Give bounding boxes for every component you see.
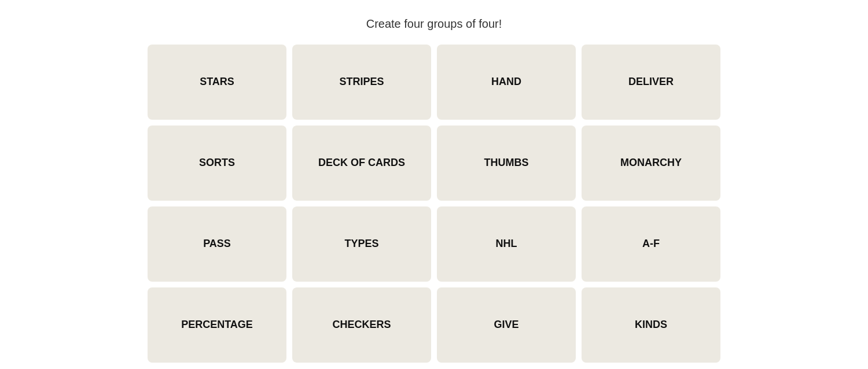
card-label-types: TYPES [339, 231, 384, 256]
card-label-thumbs: THUMBS [479, 150, 535, 175]
card-nhl[interactable]: NHL [437, 206, 576, 282]
page-subtitle: Create four groups of four! [366, 17, 502, 31]
card-sorts[interactable]: SORTS [148, 126, 286, 201]
card-label-nhl: NHL [490, 231, 523, 256]
card-hand[interactable]: HAND [437, 45, 576, 120]
card-give[interactable]: GIVE [437, 287, 576, 363]
card-label-deck-of-cards: DECK OF CARDS [312, 150, 411, 175]
card-deliver[interactable]: DELIVER [582, 45, 720, 120]
card-label-kinds: KINDS [629, 312, 673, 337]
card-label-give: GIVE [488, 312, 524, 337]
card-label-sorts: SORTS [193, 150, 241, 175]
card-label-pass: PASS [197, 231, 237, 256]
card-label-stripes: STRIPES [333, 69, 389, 94]
card-percentage[interactable]: PERCENTAGE [148, 287, 286, 363]
word-grid: STARSSTRIPESHANDDELIVERSORTSDECK OF CARD… [148, 45, 720, 363]
card-checkers[interactable]: CHECKERS [292, 287, 431, 363]
card-deck-of-cards[interactable]: DECK OF CARDS [292, 126, 431, 201]
card-thumbs[interactable]: THUMBS [437, 126, 576, 201]
card-label-deliver: DELIVER [623, 69, 679, 94]
card-stars[interactable]: STARS [148, 45, 286, 120]
card-stripes[interactable]: STRIPES [292, 45, 431, 120]
card-a-f[interactable]: A-F [582, 206, 720, 282]
card-kinds[interactable]: KINDS [582, 287, 720, 363]
card-label-a-f: A-F [637, 231, 665, 256]
card-types[interactable]: TYPES [292, 206, 431, 282]
card-pass[interactable]: PASS [148, 206, 286, 282]
card-monarchy[interactable]: MONARCHY [582, 126, 720, 201]
card-label-stars: STARS [194, 69, 240, 94]
card-label-percentage: PERCENTAGE [175, 312, 259, 337]
card-label-checkers: CHECKERS [326, 312, 396, 337]
card-label-monarchy: MONARCHY [615, 150, 687, 175]
card-label-hand: HAND [486, 69, 527, 94]
